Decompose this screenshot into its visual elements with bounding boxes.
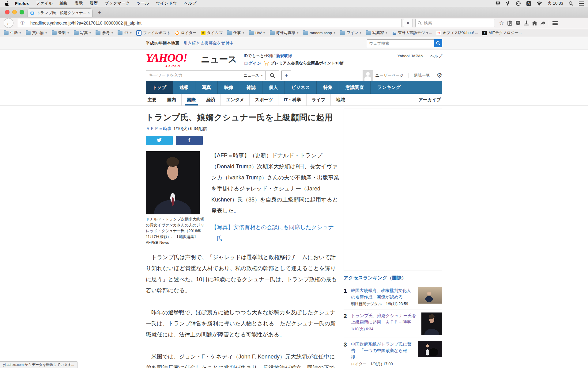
ranking-link-visited[interactable]: トランプ氏、娘婿クシュナー氏を上級顧問に起用 ＡＦＰ＝時事 [351, 313, 416, 324]
nav-tab-video[interactable]: 映像 [218, 81, 240, 94]
bookmark-folder-overseas-photographers[interactable]: 海外写真家▼ [270, 30, 299, 36]
bookmark-folder-photographers[interactable]: 写真家▼ [366, 30, 387, 36]
minimize-window-button[interactable] [12, 10, 17, 14]
subnav-main[interactable]: 主要 [146, 94, 162, 105]
bookmark-folder-hw[interactable]: HW▼ [249, 31, 266, 35]
subnav-region[interactable]: 地域 [331, 94, 350, 105]
menubar-app-firefox[interactable]: Firefox [11, 1, 32, 6]
signup-link[interactable]: 新規取得 [276, 53, 292, 58]
yahoo-japan-logo[interactable]: YAHOO! JAPAN [146, 52, 200, 63]
share-icon[interactable] [539, 19, 547, 27]
menubar-file[interactable]: ファイル [32, 1, 56, 6]
bookmark-folder-reference[interactable]: 参考▼ [96, 30, 113, 36]
creative-cloud-icon[interactable] [513, 1, 524, 6]
bookmark-folder-life[interactable]: 生活▼ [4, 30, 21, 36]
back-button[interactable]: ← [4, 18, 13, 28]
ranking-link[interactable]: 中国政府系紙がトランプ氏に警告 「一つの中国放棄なら報復」 [351, 342, 412, 359]
pocket-icon[interactable] [514, 19, 522, 27]
gear-icon[interactable]: ⚙ [436, 72, 442, 79]
facebook-share-button[interactable]: f [176, 136, 203, 145]
input-source-icon[interactable]: A [524, 1, 534, 6]
subnav-domestic[interactable]: 国内 [162, 94, 182, 105]
dropbox-icon[interactable] [493, 1, 503, 6]
archive-link[interactable]: アーカイブ [418, 97, 442, 103]
bookmark-folder-shopping[interactable]: 買い物▼ [26, 30, 47, 36]
bookmark-filepost[interactable]: Fファイルポスト [136, 30, 171, 36]
wifi-icon[interactable] [534, 2, 545, 6]
url-bar[interactable]: ⓘ headlines.yahoo.co.jp/hl?a=20170110-00… [18, 19, 402, 27]
bookmarks-menu-icon[interactable] [506, 19, 514, 27]
help-link[interactable]: ヘルプ [430, 54, 442, 58]
subnav-sports[interactable]: スポーツ [250, 94, 278, 105]
ranking-thumbnail[interactable] [418, 287, 442, 304]
user-page-link[interactable]: ユーザーページ [375, 73, 404, 78]
bookmark-mit-tech[interactable]: ↟MITテクノロジー... [482, 30, 522, 36]
nav-tab-magazine[interactable]: 雑誌 [240, 81, 262, 94]
subnav-life[interactable]: ライフ [307, 94, 331, 105]
menubar-tools[interactable]: ツール [133, 1, 153, 6]
nav-tab-photo[interactable]: 写真 [195, 81, 218, 94]
bookmark-folder-random-shop[interactable]: random shop▼ [303, 31, 336, 35]
category-select[interactable]: ニュース▼ [241, 73, 266, 78]
downloads-icon[interactable] [522, 19, 530, 27]
subnav-it-science[interactable]: IT・科学 [278, 94, 306, 105]
active-tab[interactable]: トランプ氏、娘婿クシュナ... × [28, 8, 92, 17]
bookmark-tufs-module[interactable]: 東外大言語モジュ... [392, 30, 432, 36]
subnav-entertainment[interactable]: エンタメ [221, 94, 250, 105]
menubar-history[interactable]: 履歴 [86, 1, 101, 6]
add-search-button[interactable]: + [281, 71, 291, 80]
stop-button[interactable]: × [403, 19, 413, 27]
tab-close-icon[interactable]: × [88, 11, 90, 15]
menubar-window[interactable]: ウインドウ [153, 1, 180, 6]
bookmark-folder-photo[interactable]: 写真▼ [74, 30, 92, 36]
new-tab-button[interactable]: + [96, 9, 104, 16]
bookmark-folder-27[interactable]: 27▼ [118, 31, 132, 35]
donation-link[interactable]: 引き続き支援募金を受付中 [184, 40, 234, 46]
nav-tab-personal[interactable]: 個人 [262, 81, 285, 94]
apple-menu-icon[interactable] [0, 1, 11, 6]
ranking-link[interactable]: 韓国大統領府、政権批判文化人の名簿作成 閣僚が認める [351, 288, 411, 299]
subnav-international[interactable]: 国際 [182, 94, 201, 105]
twitter-share-button[interactable] [146, 136, 173, 145]
bookmark-folder-wine[interactable]: ワイン▼ [340, 30, 362, 36]
nav-tab-ranking[interactable]: ランキング [371, 81, 407, 94]
avatar[interactable] [363, 70, 373, 81]
bookmark-folder-work[interactable]: 仕事▼ [227, 30, 245, 36]
bookmark-star-icon[interactable]: ☆ [497, 19, 506, 27]
menubar-clock[interactable]: 火 10:33 [545, 1, 566, 6]
keyword-search-field[interactable]: キーワードを入力 ニュース▼ [146, 71, 266, 80]
spotlight-icon[interactable] [566, 1, 576, 6]
login-link[interactable]: ログイン [244, 59, 261, 67]
web-search-input[interactable] [367, 39, 434, 47]
bookmark-reuters[interactable]: ロイター [175, 30, 197, 36]
home-icon[interactable] [530, 19, 539, 27]
ranking-item-1[interactable]: 1 韓国大統領府、政権批判文化人の名簿作成 閣僚が認める 朝日新聞デジタル 1/… [344, 284, 442, 309]
yahoo-japan-link[interactable]: Yahoo! JAPAN [398, 54, 424, 58]
menu-icon[interactable] [551, 19, 559, 27]
subnav-economy[interactable]: 経済 [201, 94, 221, 105]
close-window-button[interactable] [5, 10, 9, 14]
notification-center-icon[interactable] [576, 2, 588, 6]
ranking-thumbnail[interactable] [418, 341, 442, 357]
nav-tab-poll[interactable]: 意識調査 [339, 81, 371, 94]
web-search-button[interactable] [434, 39, 442, 47]
ranking-item-3[interactable]: 3 中国政府系紙がトランプ氏に警告 「一つの中国放棄なら報復」 ロイター 1/9… [344, 338, 442, 368]
premium-link[interactable]: プレミアム会員なら全商品ポイント10倍 [270, 59, 344, 67]
menubar-edit[interactable]: 編集 [56, 1, 71, 6]
subscriptions-link[interactable]: 購読一覧 [414, 73, 430, 78]
ranking-item-2[interactable]: 2 トランプ氏、娘婿クシュナー氏を上級顧問に起用 ＡＦＰ＝時事 1/10(火) … [344, 309, 442, 338]
menubar-view[interactable]: 表示 [71, 1, 86, 6]
menubar-bookmarks[interactable]: ブックマーク [101, 1, 133, 6]
news-search-button[interactable] [266, 71, 279, 80]
fan-status-icon[interactable] [503, 1, 513, 6]
browser-search-field[interactable]: 検索 [415, 19, 495, 27]
bookmark-times[interactable]: ≛タイムズ [201, 30, 223, 36]
ranking-thumbnail[interactable] [421, 312, 442, 335]
news-service-logo[interactable]: ニュース [201, 53, 237, 66]
bookmark-folder-music[interactable]: 音楽▼ [52, 30, 70, 36]
zoom-window-button[interactable] [20, 10, 24, 14]
source-link[interactable]: ＡＦＰ＝時事 [146, 126, 172, 131]
site-info-icon[interactable]: ⓘ [18, 20, 27, 26]
bookmark-yahoo-office[interactable]: Y!オフィス版Yahoo! ... [436, 30, 478, 36]
nav-tab-top[interactable]: トップ [146, 81, 173, 94]
